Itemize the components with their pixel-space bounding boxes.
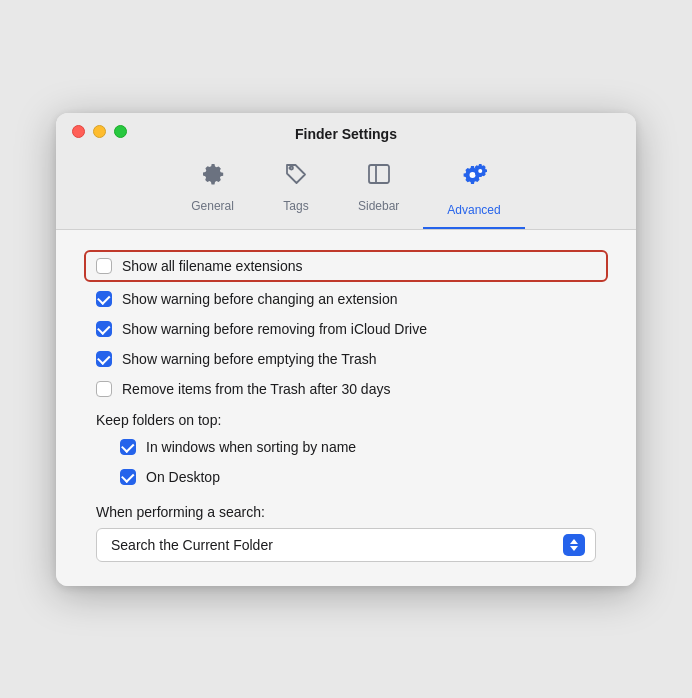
close-button[interactable]: [72, 125, 85, 138]
option-warn-icloud-label: Show warning before removing from iCloud…: [122, 321, 427, 337]
option-warn-extension: Show warning before changing an extensio…: [84, 284, 608, 314]
search-dropdown-value: Search the Current Folder: [111, 537, 273, 553]
option-warn-trash: Show warning before emptying the Trash: [84, 344, 608, 374]
checkbox-keep-desktop[interactable]: [120, 469, 136, 485]
option-warn-trash-label: Show warning before emptying the Trash: [122, 351, 376, 367]
minimize-button[interactable]: [93, 125, 106, 138]
tag-icon: [282, 160, 310, 195]
tab-sidebar[interactable]: Sidebar: [334, 152, 423, 229]
tab-advanced[interactable]: Advanced: [423, 152, 524, 229]
option-remove-trash: Remove items from the Trash after 30 day…: [84, 374, 608, 404]
search-section-label: When performing a search:: [96, 504, 596, 520]
checkbox-keep-windows[interactable]: [120, 439, 136, 455]
option-remove-trash-label: Remove items from the Trash after 30 day…: [122, 381, 390, 397]
content-area: Show all filename extensions Show warnin…: [56, 230, 636, 586]
svg-point-0: [288, 166, 291, 169]
option-show-extensions-label: Show all filename extensions: [122, 258, 303, 274]
checkbox-warn-trash[interactable]: [96, 351, 112, 367]
tab-tags[interactable]: Tags: [258, 152, 334, 229]
checkbox-warn-extension[interactable]: [96, 291, 112, 307]
maximize-button[interactable]: [114, 125, 127, 138]
tab-bar: General Tags Sidebar: [72, 152, 620, 229]
tab-tags-label: Tags: [283, 199, 308, 213]
option-keep-desktop-label: On Desktop: [146, 469, 220, 485]
tab-advanced-label: Advanced: [447, 203, 500, 217]
option-keep-windows: In windows when sorting by name: [84, 432, 608, 462]
dropdown-arrows-icon: [563, 534, 585, 556]
option-keep-windows-label: In windows when sorting by name: [146, 439, 356, 455]
option-warn-extension-label: Show warning before changing an extensio…: [122, 291, 398, 307]
tab-general-label: General: [191, 199, 234, 213]
checkbox-show-extensions[interactable]: [96, 258, 112, 274]
sidebar-icon: [365, 160, 393, 195]
svg-point-3: [470, 172, 476, 178]
general-gear-icon: [199, 160, 227, 195]
finder-settings-window: Finder Settings General Tags: [56, 113, 636, 586]
tab-general[interactable]: General: [167, 152, 258, 229]
svg-rect-1: [369, 165, 389, 183]
titlebar: Finder Settings General Tags: [56, 113, 636, 230]
arrow-down-icon: [570, 546, 578, 551]
svg-point-4: [478, 169, 482, 173]
arrow-up-icon: [570, 539, 578, 544]
option-show-extensions: Show all filename extensions: [84, 250, 608, 282]
advanced-gear-icon: [458, 160, 490, 199]
option-warn-icloud: Show warning before removing from iCloud…: [84, 314, 608, 344]
option-keep-desktop: On Desktop: [84, 462, 608, 492]
tab-sidebar-label: Sidebar: [358, 199, 399, 213]
keep-folders-label: Keep folders on top:: [84, 404, 608, 432]
window-title: Finder Settings: [72, 126, 620, 142]
checkbox-warn-icloud[interactable]: [96, 321, 112, 337]
search-dropdown[interactable]: Search the Current Folder: [96, 528, 596, 562]
checkbox-remove-trash[interactable]: [96, 381, 112, 397]
search-section: When performing a search: Search the Cur…: [84, 492, 608, 562]
